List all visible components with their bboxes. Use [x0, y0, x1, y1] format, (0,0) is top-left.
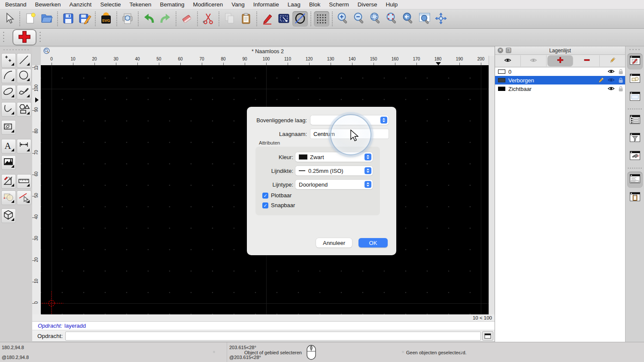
close-icon[interactable]: ✕	[498, 48, 503, 53]
zoom-window-button[interactable]	[417, 11, 432, 27]
menu-item-vang[interactable]: Vang	[227, 0, 249, 9]
zoom-previous-button[interactable]	[401, 11, 416, 27]
open-file-button[interactable]	[39, 11, 55, 27]
panel-strip-drag-handle[interactable]	[629, 48, 641, 51]
statusbar-divider	[227, 342, 227, 362]
zoom-selection-button[interactable]	[384, 11, 400, 27]
grid-toggle-button[interactable]	[314, 11, 329, 27]
lineweight-select[interactable]: 0.25mm (ISO)	[295, 166, 373, 175]
arc-tool-button[interactable]	[1, 69, 16, 83]
copy-button[interactable]	[222, 11, 237, 27]
selection-filter-panel-toggle[interactable]	[627, 130, 643, 147]
layer-lock-icon[interactable]	[618, 86, 623, 92]
restrict-ortho-button[interactable]	[292, 11, 308, 27]
document-tab-bar[interactable]: * Naamloos 2	[41, 47, 495, 56]
layer-visibility-eye-icon[interactable]	[608, 78, 615, 83]
shape-tool-button[interactable]	[17, 102, 31, 117]
selection-arrow-button[interactable]	[1, 11, 17, 27]
layer-list-panel-toggle[interactable]	[627, 112, 643, 129]
snappable-checkbox[interactable]: ✓	[262, 202, 268, 208]
text-tool-button[interactable]: A	[1, 139, 16, 154]
measure-tool-button[interactable]	[17, 174, 31, 189]
redo-button[interactable]	[158, 11, 173, 27]
toolbar-drag-handle[interactable]	[3, 31, 5, 44]
pan-button[interactable]	[433, 11, 449, 27]
menu-item-tekenen[interactable]: Tekenen	[125, 0, 155, 9]
paste-button[interactable]	[238, 11, 254, 27]
print-preview-button[interactable]	[120, 11, 135, 27]
command-line-panel-toggle[interactable]	[627, 172, 643, 188]
block-list-panel-toggle[interactable]	[627, 71, 643, 87]
save-button[interactable]	[61, 11, 76, 27]
zoom-auto-button[interactable]	[368, 11, 383, 27]
add-layer-button[interactable]	[547, 55, 573, 66]
circle-tool-button[interactable]	[17, 69, 31, 83]
edit-layer-button[interactable]	[600, 55, 625, 66]
menu-item-informatie[interactable]: Informatie	[249, 0, 283, 9]
spline-tool-button[interactable]	[17, 85, 31, 100]
detach-icon[interactable]: ❐	[506, 48, 511, 53]
hatch-tool-button[interactable]	[1, 120, 16, 135]
ellipse-tool-button[interactable]	[1, 85, 16, 100]
toolbar-drag-handle[interactable]	[39, 31, 41, 44]
modify-tool-button[interactable]	[1, 190, 16, 205]
menu-item-bemating[interactable]: Bemating	[155, 0, 188, 9]
cut-button[interactable]	[200, 11, 216, 27]
layer-row-verborgen[interactable]: Verborgen	[495, 76, 625, 84]
draw-pencil-button[interactable]	[260, 11, 275, 27]
zoom-out-button[interactable]	[352, 11, 367, 27]
property-editor-panel-toggle[interactable]	[627, 53, 643, 69]
show-all-layers-button[interactable]	[495, 55, 521, 66]
clipboard-panel-toggle[interactable]	[627, 190, 643, 206]
svg-export-button[interactable]: SVG	[98, 11, 114, 27]
trim-tool-button[interactable]	[17, 190, 31, 205]
viewport-panel-toggle[interactable]	[627, 89, 643, 106]
hide-all-layers-button[interactable]	[521, 55, 547, 66]
new-file-button[interactable]	[23, 11, 38, 27]
library-browser-panel-toggle[interactable]	[627, 148, 643, 165]
ruler-tick	[32, 217, 35, 218]
palette-drag-handle[interactable]	[3, 48, 29, 51]
linetype-label: Lijntype:	[255, 181, 293, 188]
menu-item-laag[interactable]: Laag	[283, 0, 305, 9]
undo-button[interactable]	[141, 11, 157, 27]
plottable-checkbox[interactable]: ✓	[262, 193, 268, 199]
dimension-tool-button[interactable]	[17, 139, 31, 154]
layer-row-0[interactable]: 0	[495, 67, 625, 76]
eraser-button[interactable]	[179, 11, 194, 27]
line-tool-button[interactable]	[17, 53, 31, 68]
save-as-button[interactable]	[77, 11, 92, 27]
layer-visibility-eye-icon[interactable]	[608, 69, 615, 74]
color-select[interactable]: Zwart	[295, 152, 373, 162]
layer-visibility-eye-icon[interactable]	[608, 86, 615, 91]
layer-lock-icon[interactable]	[618, 77, 623, 83]
draft-tool-button[interactable]	[1, 174, 16, 189]
command-input[interactable]	[65, 332, 481, 341]
menu-item-modificeren[interactable]: Modificeren	[189, 0, 228, 9]
menu-item-scherm[interactable]: Scherm	[325, 0, 353, 9]
vertical-scrollbar[interactable]	[489, 56, 495, 314]
ok-button[interactable]: OK	[358, 238, 388, 247]
menu-item-bestand[interactable]: Bestand	[1, 0, 31, 9]
remove-layer-button[interactable]	[574, 55, 600, 66]
menu-item-bewerken[interactable]: Bewerken	[31, 0, 65, 9]
point-tool-button[interactable]	[1, 53, 16, 68]
svg-text:A: A	[4, 141, 11, 151]
solid-tool-button[interactable]	[1, 208, 16, 223]
selection-rect-button[interactable]	[276, 11, 292, 27]
menu-item-blok[interactable]: Blok	[305, 0, 325, 9]
layer-row-zichtbaar[interactable]: Zichtbaar	[495, 84, 625, 93]
menu-item-selectie[interactable]: Selectie	[96, 0, 125, 9]
menu-item-diverse[interactable]: Diverse	[353, 0, 382, 9]
menu-item-hulp[interactable]: Hulp	[381, 0, 402, 9]
zoom-in-button[interactable]	[335, 11, 351, 27]
polyline-tool-button[interactable]	[1, 102, 16, 117]
menu-item-aanzicht[interactable]: Aanzicht	[65, 0, 96, 9]
layer-lock-icon[interactable]	[618, 69, 623, 75]
cancel-button[interactable]: Annuleer	[316, 238, 352, 247]
command-options-button[interactable]	[482, 331, 493, 341]
stepper-icon	[365, 167, 371, 174]
add-layer-tool-button[interactable]	[12, 29, 36, 45]
linetype-select[interactable]: Doorlopend	[295, 180, 373, 189]
image-tool-button[interactable]	[1, 155, 16, 170]
